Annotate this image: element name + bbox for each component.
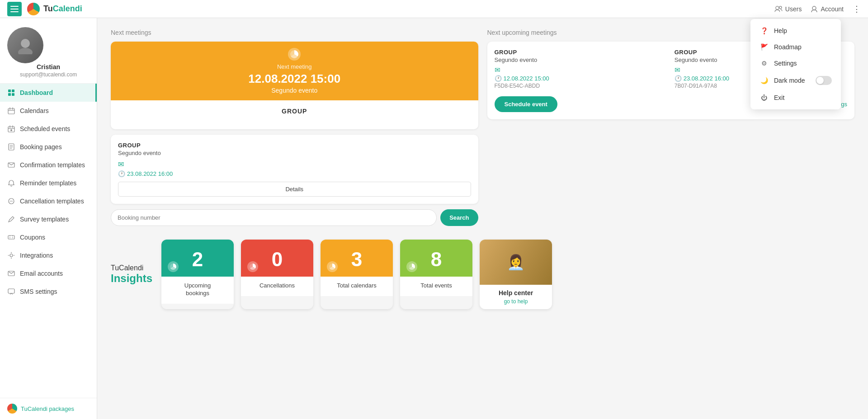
insight-bottom-cancellations: Cancellations [241,277,313,296]
sidebar-label-scheduled-events: Scheduled events [20,125,70,132]
account-button[interactable]: Account [811,5,844,13]
darkmode-icon: 🌙 [760,77,769,84]
svg-point-6 [21,39,30,48]
upcoming-type-1: GROUP [495,49,667,56]
details-button[interactable]: Details [118,182,471,197]
svg-rect-9 [12,89,14,92]
dashboard-icon [7,89,15,97]
svg-point-3 [776,6,779,9]
insight-top-calendars: 3 [321,240,393,277]
insight-bottom-upcoming: Upcomingbookings [161,277,234,304]
sidebar-item-dashboard[interactable]: Dashboard [0,84,97,102]
insight-top-upcoming: 2 [161,240,234,277]
insight-label-cancellations: Cancellations [247,282,307,290]
svg-point-4 [779,6,782,8]
insight-label-upcoming: Upcomingbookings [168,282,227,297]
users-button[interactable]: Users [774,5,802,13]
next-meeting-event: Segundo evento [118,87,471,94]
topbar: TuCalendi Users Account ⋮ ❓ Help 🚩 Roadm… [0,0,868,18]
sidebar-label-sms-settings: SMS settings [20,288,57,295]
svg-point-19 [10,254,13,257]
insight-logo-calendars [327,261,338,272]
insight-card-calendars: 3 Total calendars [321,240,393,309]
user-email: support@tucalendi.com [7,71,90,78]
second-meeting-icons: ✉ [118,160,471,169]
email-icon: ✉ [118,160,124,169]
avatar [7,27,43,63]
help-card: 👩‍💼 Help center go to help [480,240,552,309]
logo-text: TuCalendi [43,4,82,14]
sidebar-label-integrations: Integrations [20,252,53,259]
dropdown-exit[interactable]: ⏻ Exit [750,89,841,106]
insight-top-cancellations: 0 [241,240,313,277]
sidebar: Cristian support@tucalendi.com Dashboard… [0,18,97,419]
reminder-templates-icon [7,179,15,187]
go-to-help-link[interactable]: go to help [485,298,547,305]
insights-brand: TuCalendi [111,264,152,272]
sidebar-item-cancellation-templates[interactable]: Cancellation templates [0,192,97,210]
dropdown-settings[interactable]: ⚙ Settings [750,55,841,71]
next-meetings-section: Next meetings Next meeting 12.08.2022 15… [111,29,478,226]
next-meeting-body: GROUP [111,100,478,129]
next-meeting-type: GROUP [118,108,471,115]
topbar-left: TuCalendi [7,2,82,16]
next-meeting-card: Next meeting 12.08.2022 15:00 Segundo ev… [111,42,478,129]
insights-cards: 2 Upcomingbookings 0 [161,240,854,309]
svg-rect-11 [12,93,14,96]
help-image-placeholder: 👩‍💼 [480,240,552,285]
hamburger-menu[interactable] [7,2,22,16]
sidebar-item-calendars[interactable]: Calendars [0,102,97,120]
more-options-button[interactable]: ⋮ [853,4,861,14]
svg-rect-0 [10,6,19,7]
sidebar-item-scheduled-events[interactable]: Scheduled events [0,120,97,138]
svg-point-5 [812,6,816,10]
account-dropdown: ❓ Help 🚩 Roadmap ⚙ Settings 🌙 Dark mode … [750,19,841,109]
sidebar-label-calendars: Calendars [20,107,49,114]
sidebar-item-integrations[interactable]: Integrations [0,246,97,264]
second-meeting-type: GROUP [118,142,471,149]
sidebar-item-survey-templates[interactable]: Survey templates [0,210,97,228]
next-meeting-logo [288,48,301,61]
help-card-bottom: Help center go to help [480,285,552,309]
second-meeting-event: Segundo evento [118,150,471,156]
sidebar-label-coupons: Coupons [20,234,45,241]
packages-link[interactable]: TuCalendi packages [7,404,90,414]
svg-rect-1 [10,9,19,9]
insight-label-calendars: Total calendars [327,282,387,290]
svg-rect-8 [8,89,11,92]
sidebar-item-reminder-templates[interactable]: Reminder templates [0,174,97,192]
cancellation-templates-icon [7,197,15,205]
dropdown-help[interactable]: ❓ Help [750,23,841,39]
upcoming-item-1: GROUP Segundo evento ✉ 🕐 12.08.2022 15:0… [495,49,667,89]
svg-rect-21 [8,289,14,293]
sidebar-item-email-accounts[interactable]: Email accounts [0,264,97,282]
insight-logo-upcoming [168,261,179,272]
svg-rect-18 [8,235,14,239]
sidebar-label-confirmation-templates: Confirmation templates [20,161,85,169]
sidebar-label-reminder-templates: Reminder templates [20,179,76,187]
search-button[interactable]: Search [440,209,478,226]
schedule-event-button[interactable]: Schedule event [495,96,557,112]
upcoming-id-1: F5D8-E54C-ABDD [495,83,667,89]
dropdown-roadmap[interactable]: 🚩 Roadmap [750,39,841,55]
svg-point-14 [10,129,12,131]
sidebar-item-sms-settings[interactable]: SMS settings [0,282,97,301]
sidebar-item-confirmation-templates[interactable]: Confirmation templates [0,156,97,174]
sidebar-item-booking-pages[interactable]: Booking pages [0,138,97,156]
darkmode-toggle[interactable] [816,76,832,85]
survey-templates-icon [7,215,15,223]
clock-icon: 🕐 [118,170,125,177]
packages-logo [7,404,17,414]
dropdown-darkmode: 🌙 Dark mode [750,71,841,89]
booking-number-input[interactable] [111,209,437,226]
insights-title: Insights [111,272,152,285]
svg-point-7 [18,48,33,54]
logo: TuCalendi [27,3,82,15]
next-meetings-title: Next meetings [111,29,478,36]
sidebar-label-cancellation-templates: Cancellation templates [20,198,84,205]
sidebar-item-coupons[interactable]: Coupons [0,228,97,246]
logo-icon [27,3,40,15]
sms-settings-icon [7,287,15,296]
insights-section: TuCalendi Insights 2 Upcomingbookings [111,240,854,309]
confirmation-templates-icon [7,161,15,169]
